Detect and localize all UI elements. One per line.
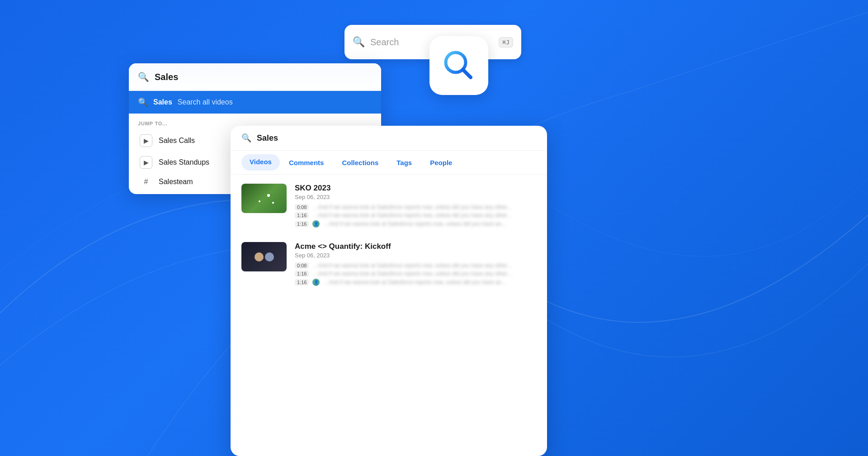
- result-content-acme: Acme <> Quantify: Kickoff Sep 06, 2023 0…: [295, 242, 536, 288]
- timestamp-badge: 1:16: [295, 271, 309, 277]
- transcript-text: …And if we wanna look at Salesforce repo…: [312, 204, 512, 210]
- result-item-acme[interactable]: Acme <> Quantify: Kickoff Sep 06, 2023 0…: [241, 242, 536, 288]
- avatar-tiny: 👤: [312, 220, 320, 228]
- results-search-icon: 🔍: [241, 133, 251, 143]
- timestamp-badge: 1:16: [295, 279, 309, 285]
- salesteam-label: Salesteam: [159, 178, 193, 186]
- search-icon: 🔍: [353, 36, 365, 48]
- transcript-line: 1:16 👤 …And if we wanna look at Salesfor…: [295, 279, 536, 286]
- person-avatar-2: [265, 252, 274, 261]
- tab-comments[interactable]: Comments: [280, 152, 333, 174]
- tab-tags[interactable]: Tags: [387, 152, 421, 174]
- search-all-videos-row[interactable]: 🔍 Sales Search all videos: [129, 91, 381, 114]
- timestamp-badge: 1:16: [295, 212, 309, 218]
- search-all-label: Search all videos: [178, 98, 233, 106]
- result-item-sko2023[interactable]: SKO 2023 Sep 06, 2023 0:08 …And if we wa…: [241, 184, 536, 229]
- transcript-text: …And if we wanna look at Salesforce repo…: [312, 212, 512, 218]
- dropdown-search-icon: 🔍: [138, 71, 149, 82]
- tab-collections[interactable]: Collections: [333, 152, 387, 174]
- results-panel: 🔍 Sales Videos Comments Collections Tags…: [231, 126, 547, 456]
- result-title-acme: Acme <> Quantify: Kickoff: [295, 242, 536, 251]
- dropdown-search-input[interactable]: 🔍 Sales: [129, 63, 381, 91]
- dropdown-query-text: Sales: [155, 72, 178, 82]
- transcript-line: 0:08 …And if we wanna look at Salesforce…: [295, 262, 536, 269]
- results-search-bar[interactable]: 🔍 Sales: [231, 126, 547, 151]
- avatar-tiny: 👤: [312, 279, 320, 286]
- result-thumbnail-meeting: [241, 242, 287, 271]
- tab-videos[interactable]: Videos: [241, 154, 280, 171]
- result-content-sko2023: SKO 2023 Sep 06, 2023 0:08 …And if we wa…: [295, 184, 536, 229]
- video-collection-icon-2: ▶: [140, 156, 152, 169]
- result-date-sko2023: Sep 06, 2023: [295, 194, 536, 200]
- result-thumbnail-flowers: [241, 184, 287, 213]
- transcript-line: 1:16 👤 …And if we wanna look at Salesfor…: [295, 220, 536, 228]
- results-query: Sales: [257, 133, 278, 143]
- timestamp-badge: 0:08: [295, 262, 309, 269]
- transcript-text: …And if we wanna look at Salesforce repo…: [323, 279, 507, 285]
- sales-standups-label: Sales Standups: [159, 158, 209, 166]
- results-tabs: Videos Comments Collections Tags People: [231, 151, 547, 175]
- timestamp-badge: 0:08: [295, 204, 309, 210]
- transcript-line: 0:08 …And if we wanna look at Salesforce…: [295, 204, 536, 210]
- transcript-line: 1:16 …And if we wanna look at Salesforce…: [295, 212, 536, 218]
- person-avatar-1: [255, 252, 264, 261]
- results-list: SKO 2023 Sep 06, 2023 0:08 …And if we wa…: [231, 175, 547, 446]
- keyboard-shortcut-badge: ⌘J: [499, 37, 513, 48]
- tab-people[interactable]: People: [421, 152, 461, 174]
- transcript-text: …And if we wanna look at Salesforce repo…: [312, 262, 512, 269]
- transcript-text: …And if we wanna look at Salesforce repo…: [323, 221, 507, 227]
- app-icon: [429, 36, 488, 95]
- result-date-acme: Sep 06, 2023: [295, 252, 536, 259]
- result-title-sko2023: SKO 2023: [295, 184, 536, 193]
- search-all-icon: 🔍: [138, 97, 148, 107]
- transcript-line: 1:16 …And if we wanna look at Salesforce…: [295, 271, 536, 277]
- svg-line-1: [463, 70, 471, 77]
- video-collection-icon: ▶: [140, 134, 152, 147]
- search-all-query: Sales: [153, 98, 172, 106]
- timestamp-badge: 1:16: [295, 221, 309, 227]
- transcript-text: …And if we wanna look at Salesforce repo…: [312, 271, 512, 277]
- hash-icon: #: [140, 178, 152, 186]
- sales-calls-label: Sales Calls: [159, 137, 195, 145]
